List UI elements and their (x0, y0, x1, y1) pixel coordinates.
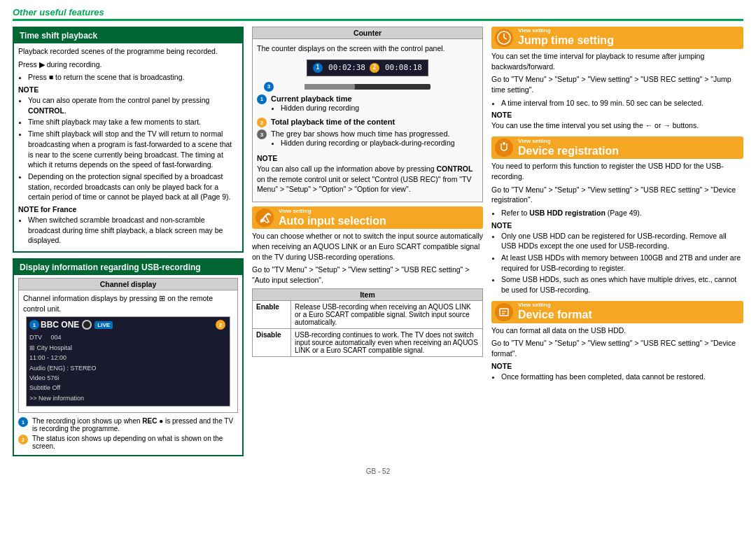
device-format-title: Device format (518, 308, 592, 321)
press-bullet: Press ■ to return the scene that is broa… (28, 72, 238, 83)
usb-recording-title: Display information regarding USB-record… (14, 260, 242, 275)
jump-time-note-text: You can use the time interval you set us… (491, 120, 743, 131)
footer: GB - 52 (13, 468, 743, 475)
device-format-icon (494, 302, 514, 322)
circle-2: 2 (216, 320, 225, 330)
counter-bar-wrap: 3 (257, 82, 478, 92)
jump-time-note-label: NOTE (491, 111, 743, 119)
content-columns: Time shift playback Playback recorded sc… (13, 27, 743, 462)
counter-intro: The counter displays on the screen with … (257, 43, 478, 54)
table-row-disable: Disable USB-recording continues to work.… (253, 328, 483, 356)
channel-display-box: Channel display Channel information disp… (18, 278, 238, 413)
channel-display-header: Channel display (19, 279, 237, 290)
annotation-2-text: The status icon shows up depending on wh… (32, 435, 238, 450)
header-title: Other useful features (13, 7, 104, 17)
page: Other useful features Time shift playbac… (0, 0, 756, 482)
header-bar: Other useful features (13, 7, 743, 21)
device-reg-note-1: Only one USB HDD can be registered for U… (501, 231, 743, 251)
annotation-1: 1 The recording icon shows up when REC ●… (18, 417, 238, 433)
note-france-text: When switched scramble broadcast and non… (28, 215, 238, 246)
footer-page: GB - 52 (366, 468, 390, 475)
channel-display-intro: Channel information displays by pressing… (23, 293, 233, 314)
device-reg-goto: Go to "TV Menu" > "Setup" > "View settin… (491, 185, 743, 205)
jump-time-goto: Go to "TV Menu" > "Setup" > "View settin… (491, 74, 743, 94)
ch-audio: Audio (ENG) : STEREO (29, 363, 227, 373)
table-row-enable: Enable Release USB-recording when receiv… (253, 300, 483, 328)
circle-1: 1 (29, 320, 39, 330)
item-3-circle: 3 (257, 129, 267, 139)
device-format-note-text: Once formatting has been completed, data… (501, 372, 743, 382)
device-format-goto: Go to "TV Menu" > "Setup" > "View settin… (491, 338, 743, 358)
jump-time-title: Jump time setting (518, 34, 614, 47)
rec-icon (82, 320, 92, 330)
ch-info-rows: DTV 004 ⊞ City Hospital 11:00 - 12:00 Au… (29, 332, 227, 403)
note-1-item-2: Time shift playback may take a few momen… (28, 117, 238, 127)
svg-point-7 (503, 142, 505, 145)
time-shift-section: Time shift playback Playback recorded sc… (13, 27, 244, 253)
live-badge: LIVE (94, 321, 113, 329)
enable-label: Enable (253, 300, 291, 328)
counter-circle-1: 1 (313, 63, 323, 73)
ch-time: 11:00 - 12:00 (29, 353, 227, 363)
counter-header: Counter (253, 27, 482, 39)
device-registration-icon (494, 138, 514, 157)
counter-time1: 00:02:38 (328, 63, 365, 72)
disable-text: USB-recording continues to work. The TV … (291, 328, 483, 356)
note-france-label: NOTE for France (18, 205, 238, 213)
usb-icon (494, 138, 514, 157)
jump-time-intro: You can set the time interval for playba… (491, 51, 743, 71)
ch-video: Video 576i (29, 373, 227, 383)
device-format-intro: You can format all data on the USB HDD. (491, 325, 743, 336)
item-1-content: Current playback time Hidden during reco… (271, 94, 359, 116)
counter-circle-3: 3 (264, 82, 274, 92)
item-1-circle: 1 (257, 94, 267, 104)
svg-point-1 (260, 219, 263, 222)
auto-input-badge: View setting Auto input selection (252, 206, 483, 229)
ch-info: >> New information (29, 393, 227, 403)
ch-program: ⊞ City Hospital (29, 343, 227, 353)
item-1-label: Current playback time (271, 94, 352, 103)
device-reg-note-label: NOTE (491, 221, 743, 230)
item-2-content: Total playback time of the content (271, 118, 395, 126)
press-text: Press ▶ during recording. (18, 59, 238, 70)
auto-input-table: Item Enable Release USB-recording when r… (252, 288, 483, 357)
counter-time2: 00:08:18 (385, 63, 422, 72)
device-registration-section: View setting Device registration You nee… (491, 136, 743, 295)
jump-time-badge: View setting Jump time setting (491, 27, 743, 49)
channel-display-screen: 1 BBC ONE LIVE 2 DTV 004 ⊞ City Hospital (26, 316, 230, 407)
time-shift-title: Time shift playback (14, 28, 242, 43)
auto-input-text-block: View setting Auto input selection (279, 209, 386, 227)
disable-label: Disable (253, 328, 291, 356)
channel-display-content: Channel information displays by pressing… (19, 290, 237, 412)
wrench-icon (255, 208, 274, 227)
jump-time-view-setting-label: View setting (518, 28, 614, 34)
jump-time-text-block: View setting Jump time setting (518, 28, 614, 47)
counter-item-1: 1 Current playback time Hidden during re… (257, 94, 478, 116)
time-shift-intro: Playback recorded scenes of the programm… (18, 46, 238, 57)
counter-inner: The counter displays on the screen with … (253, 39, 482, 202)
annotation-circle-1: 1 (18, 417, 28, 427)
clock-icon (494, 28, 514, 48)
usb-recording-content: Channel display Channel information disp… (14, 275, 242, 455)
counter-item-2: 2 Total playback time of the content (257, 118, 478, 127)
item-table-header: Item (253, 288, 483, 300)
annotation-1-text: The recording icon shows up when REC ● i… (32, 417, 238, 433)
counter-box: Counter The counter displays on the scre… (252, 27, 483, 202)
auto-input-title: Auto input selection (279, 214, 386, 227)
device-reg-bullet: Refer to USB HDD registration (Page 49). (501, 208, 743, 218)
item-2-label: Total playback time of the content (271, 118, 395, 126)
auto-input-goto: Go to "TV Menu" > "Setup" > "View settin… (252, 265, 483, 285)
jump-time-section: View setting Jump time setting You can s… (491, 27, 743, 131)
counter-item-3: 3 The grey bar shows how much time has p… (257, 129, 478, 151)
auto-input-section: View setting Auto input selection You ca… (252, 206, 483, 356)
format-icon (494, 302, 514, 322)
counter-display: 1 00:02:38 2 00:08:18 (307, 59, 428, 76)
counter-circle-2: 2 (370, 63, 379, 73)
note-1-item-4: Depending on the protection signal speci… (28, 171, 238, 202)
device-reg-note-3: Some USB HDDs, such as ones which have m… (501, 274, 743, 295)
jump-time-bullet: A time interval from 10 sec. to 99 min. … (501, 98, 743, 108)
device-registration-badge: View setting Device registration (491, 136, 743, 159)
note-1-item-3: Time shift playback will stop and the TV… (28, 129, 238, 170)
right-column: View setting Jump time setting You can s… (491, 27, 743, 387)
device-reg-note-2: At least USB HDDs with memory between 10… (501, 253, 743, 273)
